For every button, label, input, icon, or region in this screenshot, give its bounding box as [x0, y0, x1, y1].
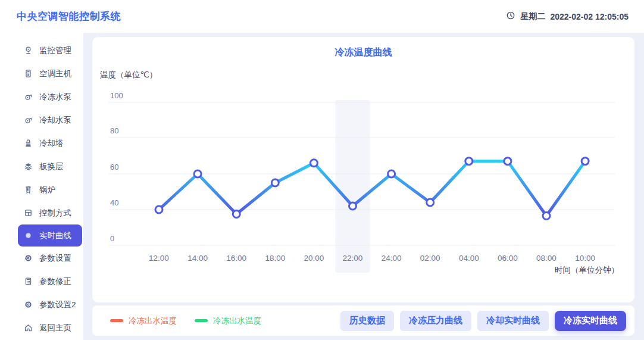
x-tick-label: 14:00 — [187, 254, 208, 263]
cooling-pump-icon — [24, 116, 33, 124]
sidebar-item-cooling-pump[interactable]: 冷却水泵 — [0, 108, 83, 132]
sidebar-item-label: 监控管理 — [39, 45, 71, 56]
app-title: 中央空调智能控制系统 — [17, 10, 121, 23]
sidebar-item-param-settings-2[interactable]: 参数设置2 — [0, 293, 83, 316]
sidebar-item-label: 冷却水泵 — [39, 115, 71, 126]
x-tick-label: 24:00 — [382, 254, 402, 263]
sidebar-item-label: 控制方式 — [39, 208, 71, 219]
data-point-12:00[interactable] — [155, 206, 162, 213]
x-tick-label: 06:00 — [498, 254, 518, 263]
chart-title: 冷冻温度曲线 — [92, 46, 634, 59]
y-tick-label: 40 — [110, 198, 118, 207]
y-tick-label: 100 — [110, 91, 123, 100]
x-tick-label: 10:00 — [575, 254, 595, 263]
sidebar-item-control-mode[interactable]: 控制方式 — [0, 201, 83, 224]
correction-icon — [24, 277, 33, 286]
legend-label: 冷冻出水温度 — [213, 316, 261, 326]
sidebar-item-param-correction[interactable]: 参数修正 — [0, 270, 83, 293]
sidebar-item-label: 冷却塔 — [39, 138, 64, 149]
plate-layer-icon — [24, 162, 33, 171]
datetime-label: 2022-02-02 12:05:05 — [550, 12, 629, 21]
data-point-20:00[interactable] — [310, 160, 317, 167]
data-point-04:00[interactable] — [465, 158, 473, 165]
chart-card: 100806040012:0014:0016:0018:0020:0022:00… — [92, 37, 634, 302]
sidebar-item-label: 参数设置 — [39, 253, 71, 264]
sidebar-item-monitoring[interactable]: 监控管理 — [0, 39, 83, 62]
sidebar-item-label: 参数修正 — [39, 276, 71, 287]
y-tick-label: 60 — [110, 163, 118, 171]
chart-legend: 冷冻出水温度 冷冻出水温度 — [110, 316, 261, 326]
x-axis-title: 时间（单位分钟） — [555, 265, 619, 276]
sidebar-item-label: 空调主机 — [39, 68, 71, 79]
legend-swatch — [195, 319, 208, 322]
sidebar-item-label: 参数设置2 — [39, 300, 76, 310]
gear-icon — [24, 254, 33, 263]
x-tick-label: 18:00 — [265, 254, 285, 263]
sidebar-item-label: 实时曲线 — [39, 230, 71, 241]
sidebar: 监控管理 空调主机 冷冻水泵 冷却水泵 冷却塔 板换层 锅炉 控制方式 — [0, 33, 83, 340]
gear-icon — [24, 300, 33, 309]
sidebar-item-return-home[interactable]: 返回主页 — [0, 316, 83, 339]
hover-band — [336, 100, 370, 273]
realtime-curve-icon — [24, 231, 33, 240]
sidebar-item-ac-host[interactable]: 空调主机 — [0, 62, 83, 85]
main-content: 100806040012:0014:0016:0018:0020:0022:00… — [83, 33, 644, 340]
data-point-10:00[interactable] — [582, 158, 589, 165]
legend-item-chilled-outlet-temp-2[interactable]: 冷冻出水温度 — [195, 316, 261, 326]
sidebar-item-label: 锅炉 — [39, 185, 55, 195]
history-data-button[interactable]: 历史数据 — [340, 311, 394, 331]
sidebar-item-label: 返回主页 — [39, 323, 71, 333]
data-point-16:00[interactable] — [233, 211, 240, 218]
chilled-pump-icon — [24, 92, 33, 101]
cooling-realtime-curve-button[interactable]: 冷却实时曲线 — [477, 311, 549, 331]
sidebar-item-boiler[interactable]: 锅炉 — [0, 178, 83, 201]
cooling-tower-icon — [24, 139, 33, 148]
series-line — [159, 161, 585, 216]
sidebar-item-plate-layer[interactable]: 板换层 — [0, 155, 83, 178]
legend-label: 冷冻出水温度 — [129, 316, 177, 326]
x-tick-label: 12:00 — [149, 254, 169, 263]
weekday-label: 星期二 — [520, 11, 545, 22]
data-point-14:00[interactable] — [194, 170, 201, 177]
x-tick-label: 20:00 — [304, 254, 324, 263]
header-datetime: 星期二 2022-02-02 12:05:05 — [506, 11, 629, 22]
x-tick-label: 04:00 — [459, 254, 479, 263]
sidebar-item-param-settings[interactable]: 参数设置 — [0, 247, 83, 270]
freeze-pressure-curve-button[interactable]: 冷冻压力曲线 — [400, 311, 471, 331]
y-tick-label: 0 — [110, 234, 114, 243]
sidebar-item-chilled-pump[interactable]: 冷冻水泵 — [0, 85, 83, 108]
x-tick-label: 22:00 — [343, 254, 363, 263]
x-tick-label: 16:00 — [226, 254, 246, 263]
home-icon — [24, 323, 33, 332]
legend-swatch — [110, 319, 123, 322]
sidebar-item-realtime-curve[interactable]: 实时曲线 — [18, 224, 82, 247]
footer-bar: 冷冻出水温度 冷冻出水温度 历史数据 冷冻压力曲线 冷却实时曲线 冷冻实时曲线 — [92, 305, 634, 336]
clock-icon — [506, 11, 515, 22]
freeze-realtime-curve-button[interactable]: 冷冻实时曲线 — [555, 311, 626, 331]
sidebar-item-label: 板换层 — [39, 161, 64, 172]
curve-buttons: 历史数据 冷冻压力曲线 冷却实时曲线 冷冻实时曲线 — [340, 311, 626, 331]
x-tick-label: 08:00 — [536, 254, 557, 263]
data-point-22:00[interactable] — [349, 202, 357, 210]
legend-item-chilled-outlet-temp-1[interactable]: 冷冻出水温度 — [110, 316, 177, 326]
sidebar-item-cooling-tower[interactable]: 冷却塔 — [0, 132, 83, 155]
data-point-08:00[interactable] — [543, 213, 550, 220]
y-tick-label: 80 — [110, 126, 118, 135]
monitor-icon — [24, 46, 33, 55]
temperature-line-chart: 100806040012:0014:0016:0018:0020:0022:00… — [92, 37, 634, 302]
control-mode-icon — [24, 208, 33, 217]
data-point-18:00[interactable] — [271, 179, 279, 186]
data-point-02:00[interactable] — [427, 199, 434, 206]
sidebar-item-label: 冷冻水泵 — [39, 92, 71, 102]
x-tick-label: 02:00 — [420, 254, 440, 263]
app-header: 中央空调智能控制系统 星期二 2022-02-02 12:05:05 — [0, 0, 644, 33]
boiler-icon — [24, 185, 33, 194]
y-axis-title: 温度（单位℃） — [100, 70, 157, 80]
ac-host-icon — [24, 69, 33, 78]
data-point-06:00[interactable] — [504, 158, 511, 165]
data-point-24:00[interactable] — [388, 170, 395, 177]
